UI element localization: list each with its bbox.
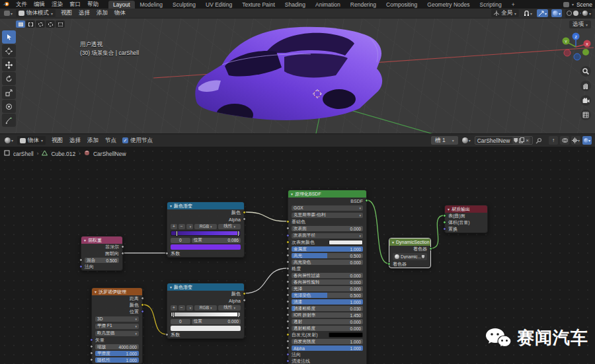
tab-geometry-nodes[interactable]: Geometry Nodes (422, 1, 474, 9)
principled-bsdf-slider-13[interactable]: 光泽0.000 (292, 286, 363, 291)
gizmo-toggle-button[interactable]: ▾ (537, 9, 548, 17)
collapse-icon[interactable]: ▾ (95, 289, 97, 294)
colorramp-2-gradient[interactable] (171, 312, 241, 317)
select-circle-button[interactable] (36, 20, 45, 28)
tab-compositing[interactable]: Compositing (381, 1, 422, 9)
voronoi-texture-slider-7[interactable]: 缩放4000.000 (95, 344, 139, 349)
material-output-socket-1[interactable] (443, 221, 446, 224)
collapse-icon[interactable]: ▾ (170, 285, 172, 289)
principled-bsdf-socket-9[interactable] (286, 260, 290, 264)
pin-icon[interactable] (536, 137, 542, 144)
layer-weight-socket-1[interactable] (121, 252, 124, 255)
material-slot-dropdown[interactable]: 槽 1 ▾ (431, 136, 458, 145)
principled-bsdf-select-5[interactable]: 次表面半径▾ (292, 233, 363, 238)
perspective-toggle-button[interactable] (580, 110, 591, 120)
ramp-interp-select[interactable]: 线性▾ (218, 224, 241, 229)
fake-user-icon[interactable] (514, 138, 518, 143)
node-voronoi-texture[interactable]: ▾沃罗诺伊纹理距离颜色位置3D▾平滑 F1▾欧几里德▾矢量缩放4000.000平… (91, 287, 143, 364)
layer-weight-socket-2[interactable] (79, 258, 83, 262)
voronoi-texture-select-5[interactable]: 欧几里德▾ (95, 331, 139, 336)
principled-bsdf-slider-12[interactable]: 各向异性旋转0.000 (292, 279, 363, 285)
ramp-mode-select[interactable]: RGB▾ (194, 305, 217, 310)
principled-bsdf-select-2[interactable]: 克里斯蒂森-伯利▾ (292, 213, 363, 218)
editor-type-button[interactable]: ▾ (3, 9, 14, 17)
principled-bsdf-slider-21[interactable]: 自发光强度1.000 (292, 339, 363, 344)
principled-bsdf-socket-8[interactable] (286, 254, 290, 257)
principled-bsdf-select-1[interactable]: GGX▾ (292, 205, 363, 211)
ramp-index-field[interactable]: 0 (171, 238, 190, 243)
node-menu-2[interactable]: 添加 (84, 137, 102, 145)
duplicate-icon[interactable] (519, 137, 524, 143)
select-tweak-button[interactable] (16, 20, 25, 28)
principled-bsdf-slider-15[interactable]: 清漆1.000 (292, 299, 363, 305)
principled-bsdf-socket-21[interactable] (286, 340, 290, 343)
node-menu-3[interactable]: 节点 (102, 137, 120, 145)
principled-bsdf-socket-10[interactable] (286, 267, 290, 270)
car-shell-model[interactable] (0, 18, 595, 133)
material-browse-button[interactable]: ▾ (461, 137, 472, 145)
principled-bsdf-color-20[interactable] (329, 332, 363, 338)
node-overlays-button[interactable]: ▾ (582, 136, 592, 145)
node-principled-bsdf[interactable]: ▾原理化BSDFBSDFGGX▾克里斯蒂森-伯利▾基础色次表面0.000次表面半… (288, 190, 367, 364)
principled-bsdf-socket-4[interactable] (286, 227, 290, 230)
voronoi-texture-socket-7[interactable] (90, 345, 93, 348)
display-mode-icon[interactable] (563, 2, 569, 7)
voronoi-texture-socket-9[interactable] (90, 358, 93, 361)
select-tool-button[interactable] (2, 30, 16, 44)
principled-bsdf-socket-15[interactable] (286, 300, 290, 303)
principled-bsdf-socket-6[interactable] (286, 240, 290, 244)
principled-bsdf-socket-12[interactable] (286, 280, 290, 283)
collapse-icon[interactable]: ▾ (448, 207, 450, 211)
ramp-mode-select[interactable]: RGB▾ (194, 224, 217, 229)
scene-selector[interactable]: Scene (576, 1, 592, 8)
colorramp-2-socket-1[interactable] (243, 299, 246, 302)
voronoi-texture-select-3[interactable]: 3D▾ (95, 316, 139, 322)
principled-bsdf-slider-8[interactable]: 高光0.500 (292, 253, 363, 258)
principled-bsdf-slider-19[interactable]: 透射粗糙度0.000 (292, 326, 363, 331)
overlays-toggle-button[interactable]: ▾ (551, 9, 562, 17)
collapse-icon[interactable]: ▾ (84, 238, 86, 242)
select-box-button[interactable] (26, 20, 35, 28)
ramp-add-button[interactable]: + (171, 305, 177, 310)
move-tool-button[interactable] (2, 58, 16, 71)
ramp-position-field[interactable]: 位置0.086 (192, 238, 241, 243)
voronoi-texture-slider-9[interactable]: 随机性1.000 (95, 357, 139, 363)
principled-bsdf-slider-11[interactable]: 各向异性过滤0.000 (292, 273, 363, 278)
voronoi-texture-slider-8[interactable]: 平滑度1.000 (95, 351, 139, 356)
principled-bsdf-slider-22[interactable]: Alpha1.000 (292, 346, 363, 351)
ramp-interp-select[interactable]: 线性▾ (218, 305, 241, 310)
node-menu-1[interactable]: 选择 (66, 137, 84, 145)
scale-tool-button[interactable] (2, 86, 16, 99)
overlap-toggle-button[interactable] (560, 136, 569, 145)
principled-bsdf-slider-4[interactable]: 次表面0.000 (292, 226, 363, 231)
voronoi-texture-socket-0[interactable] (141, 297, 144, 300)
principled-bsdf-color-6[interactable] (329, 240, 363, 245)
voronoi-texture-socket-2[interactable] (141, 310, 144, 313)
breadcrumb-item[interactable]: CarShellNew (93, 151, 126, 157)
principled-bsdf-socket-18[interactable] (286, 320, 290, 323)
ramp-add-button[interactable]: + (171, 224, 177, 229)
topbar-menu-4[interactable]: 帮助 (84, 1, 102, 9)
colorramp-1-socket-1[interactable] (243, 217, 246, 221)
cursor-tool-button[interactable] (2, 44, 16, 57)
principled-bsdf-socket-14[interactable] (286, 293, 290, 297)
principled-bsdf-slider-16[interactable]: 清漆粗糙度0.030 (292, 306, 363, 311)
tab-layout[interactable]: Layout (108, 1, 135, 9)
topbar-menu-0[interactable]: 文件 (13, 1, 30, 9)
principled-bsdf-socket-24[interactable] (286, 359, 290, 363)
material-output-socket-2[interactable] (443, 227, 446, 231)
camera-view-button[interactable] (580, 95, 591, 106)
collapse-icon[interactable]: ▾ (291, 192, 293, 196)
dynamic-section-socket-0[interactable] (429, 247, 432, 250)
topbar-menu-3[interactable]: 窗口 (66, 1, 84, 9)
wireframe-shading-button[interactable] (567, 11, 572, 16)
ramp-remove-button[interactable]: − (178, 224, 185, 229)
navigation-gizmo[interactable]: Z Y X (559, 30, 592, 63)
ramp-remove-button[interactable]: − (178, 305, 185, 310)
principled-bsdf-slider-7[interactable]: 金属度1.000 (292, 246, 363, 252)
tab-+[interactable]: + (507, 1, 520, 9)
node-colorramp-2[interactable]: ▾颜色渐变颜色Alpha+−▾RGB▾线性▾0位置0.000系数 (167, 283, 245, 339)
ramp-options-button[interactable]: ▾ (186, 224, 194, 229)
voronoi-texture-socket-6[interactable] (90, 338, 93, 342)
orientation-dropdown[interactable]: 全局 ▾ (491, 9, 519, 17)
